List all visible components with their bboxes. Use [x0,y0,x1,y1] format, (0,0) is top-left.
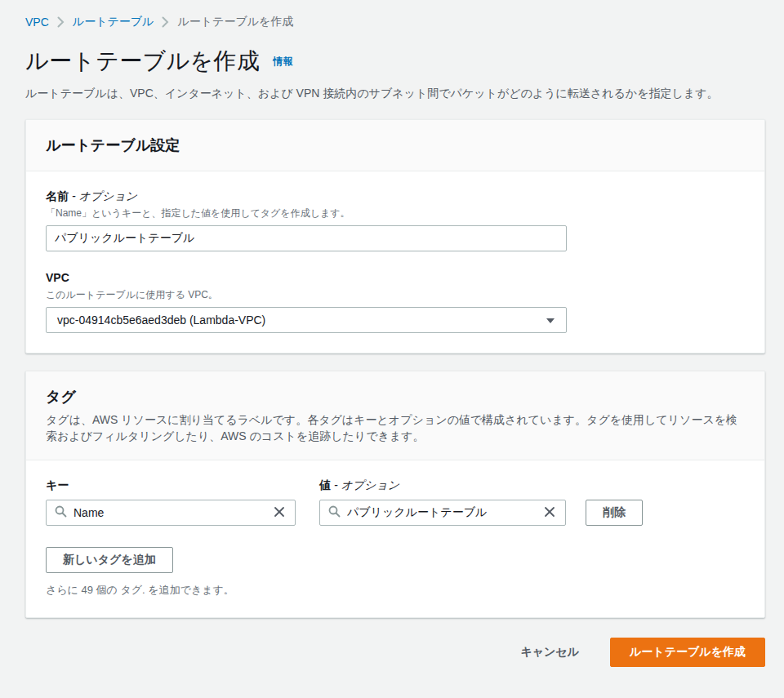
tag-column-labels: キー 値 - オプション [46,477,745,493]
close-icon [274,506,285,520]
tag-key-input[interactable] [74,506,272,519]
route-table-settings-card: ルートテーブル設定 名前 - オプション 「Name」というキーと、指定した値を… [25,119,765,353]
tag-value-input-wrapper [319,500,566,526]
name-field-group: 名前 - オプション 「Name」というキーと、指定した値を使用してタグを作成し… [46,188,745,251]
create-route-table-page: VPC ルートテーブル ルートテーブルを作成 ルートテーブルを作成 情報 ルート… [0,0,784,667]
create-route-table-button[interactable]: ルートテーブルを作成 [610,638,765,667]
page-header: ルートテーブルを作成 情報 [25,46,765,77]
clear-value-button[interactable] [542,505,557,522]
tag-row: 削除 [46,500,745,526]
page-title: ルートテーブルを作成 [25,48,260,73]
remove-tag-button[interactable]: 削除 [586,500,643,526]
name-field-label: 名前 - オプション [46,188,745,204]
add-tag-button[interactable]: 新しいタグを追加 [46,547,173,573]
optional-suffix: - オプション [331,478,399,491]
tags-card-body: キー 値 - オプション [26,460,764,617]
breadcrumb-vpc[interactable]: VPC [25,16,49,29]
page-description: ルートテーブルは、VPC、インターネット、および VPN 接続内のサブネット間で… [25,85,765,102]
tags-card: タグ タグは、AWS リソースに割り当てるラベルです。各タグはキーとオプションの… [25,371,765,618]
close-icon [544,506,555,520]
vpc-field-group: VPC このルートテーブルに使用する VPC。 vpc-04914cb5e6ae… [46,269,745,333]
search-icon [55,505,67,521]
cancel-button[interactable]: キャンセル [520,645,579,660]
clear-key-button[interactable] [272,505,287,522]
settings-card-header: ルートテーブル設定 [26,120,764,171]
tags-card-title: タグ [46,387,745,407]
name-input[interactable] [46,225,567,251]
breadcrumb-current: ルートテーブルを作成 [177,15,293,29]
info-link[interactable]: 情報 [273,56,292,67]
breadcrumb: VPC ルートテーブル ルートテーブルを作成 [25,15,765,29]
optional-suffix: - オプション [69,189,137,202]
chevron-right-icon [57,16,65,28]
tag-key-input-wrapper [46,500,296,526]
chevron-right-icon [162,16,169,28]
vpc-select-value: vpc-04914cb5e6aed3deb (Lambda-VPC) [57,313,265,327]
settings-card-title: ルートテーブル設定 [46,136,745,155]
breadcrumb-route-tables[interactable]: ルートテーブル [73,15,154,29]
chevron-down-icon [546,313,555,327]
name-field-help: 「Name」というキーと、指定した値を使用してタグを作成します。 [46,207,745,220]
vpc-field-help: このルートテーブルに使用する VPC。 [46,288,745,301]
tags-card-description: タグは、AWS リソースに割り当てるラベルです。各タグはキーとオプションの値で構… [46,411,745,444]
tag-value-label: 値 - オプション [319,477,566,493]
vpc-field-label: VPC [46,269,745,286]
tags-card-header: タグ タグは、AWS リソースに割り当てるラベルです。各タグはキーとオプションの… [26,371,764,460]
vpc-select[interactable]: vpc-04914cb5e6aed3deb (Lambda-VPC) [46,307,567,333]
remaining-tags-text: さらに 49 個の タグ. を追加できます。 [46,583,745,598]
tag-key-label: キー [46,477,296,493]
tag-value-input[interactable] [347,506,542,519]
footer-actions: キャンセル ルートテーブルを作成 [25,638,765,667]
search-icon [328,505,341,521]
settings-card-body: 名前 - オプション 「Name」というキーと、指定した値を使用してタグを作成し… [26,171,764,353]
